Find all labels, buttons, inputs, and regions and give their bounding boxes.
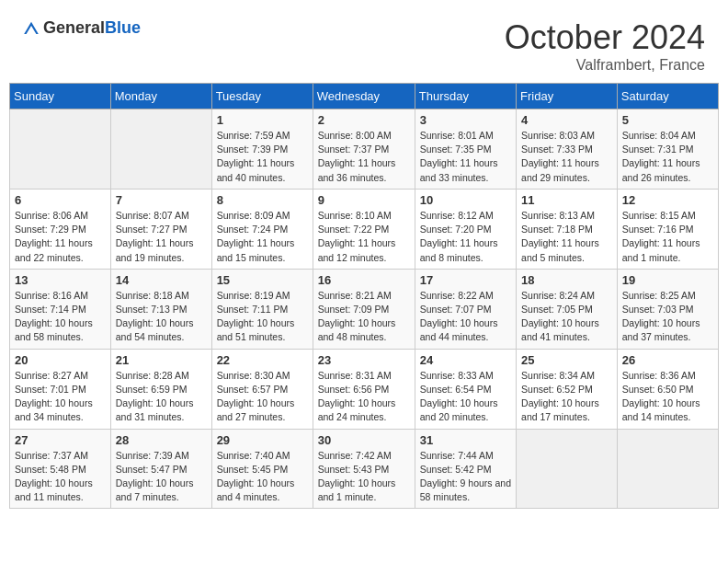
day-number: 12 bbox=[622, 193, 713, 207]
logo-general-text: General bbox=[43, 18, 105, 37]
day-info: Sunrise: 8:33 AM Sunset: 6:54 PM Dayligh… bbox=[420, 369, 511, 425]
calendar-cell: 22Sunrise: 8:30 AM Sunset: 6:57 PM Dayli… bbox=[211, 349, 313, 429]
day-info: Sunrise: 7:40 AM Sunset: 5:45 PM Dayligh… bbox=[217, 449, 308, 505]
day-info: Sunrise: 8:19 AM Sunset: 7:11 PM Dayligh… bbox=[217, 289, 308, 345]
calendar-cell: 11Sunrise: 8:13 AM Sunset: 7:18 PM Dayli… bbox=[517, 189, 618, 269]
day-info: Sunrise: 8:22 AM Sunset: 7:07 PM Dayligh… bbox=[420, 289, 511, 345]
day-number: 14 bbox=[116, 273, 207, 287]
calendar-cell: 18Sunrise: 8:24 AM Sunset: 7:05 PM Dayli… bbox=[517, 269, 618, 349]
day-number: 3 bbox=[420, 113, 511, 127]
calendar-cell: 31Sunrise: 7:44 AM Sunset: 5:42 PM Dayli… bbox=[415, 429, 516, 509]
day-info: Sunrise: 8:31 AM Sunset: 6:56 PM Dayligh… bbox=[318, 369, 410, 425]
day-info: Sunrise: 8:03 AM Sunset: 7:33 PM Dayligh… bbox=[521, 129, 612, 185]
day-number: 2 bbox=[318, 113, 410, 127]
day-number: 5 bbox=[622, 113, 713, 127]
day-number: 17 bbox=[420, 273, 511, 287]
calendar-cell: 15Sunrise: 8:19 AM Sunset: 7:11 PM Dayli… bbox=[211, 269, 313, 349]
calendar-week-row: 27Sunrise: 7:37 AM Sunset: 5:48 PM Dayli… bbox=[10, 429, 719, 509]
day-info: Sunrise: 8:01 AM Sunset: 7:35 PM Dayligh… bbox=[420, 129, 511, 185]
calendar-cell: 6Sunrise: 8:06 AM Sunset: 7:29 PM Daylig… bbox=[10, 189, 111, 269]
calendar-cell: 29Sunrise: 7:40 AM Sunset: 5:45 PM Dayli… bbox=[211, 429, 313, 509]
day-number: 31 bbox=[420, 433, 511, 447]
page-header: GeneralBlue October 2024 Valframbert, Fr… bbox=[9, 9, 719, 78]
calendar-cell: 23Sunrise: 8:31 AM Sunset: 6:56 PM Dayli… bbox=[313, 349, 415, 429]
calendar-cell: 16Sunrise: 8:21 AM Sunset: 7:09 PM Dayli… bbox=[313, 269, 415, 349]
day-number: 26 bbox=[622, 353, 713, 367]
day-info: Sunrise: 7:39 AM Sunset: 5:47 PM Dayligh… bbox=[116, 449, 207, 505]
calendar-cell: 26Sunrise: 8:36 AM Sunset: 6:50 PM Dayli… bbox=[617, 349, 718, 429]
calendar-table: SundayMondayTuesdayWednesdayThursdayFrid… bbox=[9, 83, 719, 509]
calendar-cell: 21Sunrise: 8:28 AM Sunset: 6:59 PM Dayli… bbox=[110, 349, 211, 429]
day-number: 19 bbox=[622, 273, 713, 287]
day-info: Sunrise: 8:18 AM Sunset: 7:13 PM Dayligh… bbox=[116, 289, 207, 345]
day-info: Sunrise: 8:16 AM Sunset: 7:14 PM Dayligh… bbox=[15, 289, 106, 345]
calendar-cell: 14Sunrise: 8:18 AM Sunset: 7:13 PM Dayli… bbox=[110, 269, 211, 349]
calendar-week-row: 1Sunrise: 7:59 AM Sunset: 7:39 PM Daylig… bbox=[10, 109, 719, 190]
calendar-cell: 25Sunrise: 8:34 AM Sunset: 6:52 PM Dayli… bbox=[517, 349, 618, 429]
day-info: Sunrise: 7:42 AM Sunset: 5:43 PM Dayligh… bbox=[318, 449, 410, 505]
day-info: Sunrise: 8:10 AM Sunset: 7:22 PM Dayligh… bbox=[318, 209, 410, 265]
logo-icon bbox=[23, 20, 40, 37]
logo: GeneralBlue bbox=[23, 18, 141, 38]
calendar-week-row: 6Sunrise: 8:06 AM Sunset: 7:29 PM Daylig… bbox=[10, 189, 719, 269]
calendar-body: 1Sunrise: 7:59 AM Sunset: 7:39 PM Daylig… bbox=[10, 109, 719, 509]
calendar-week-row: 13Sunrise: 8:16 AM Sunset: 7:14 PM Dayli… bbox=[10, 269, 719, 349]
day-number: 1 bbox=[217, 113, 308, 127]
month-title: October 2024 bbox=[505, 18, 705, 57]
calendar-cell: 10Sunrise: 8:12 AM Sunset: 7:20 PM Dayli… bbox=[415, 189, 516, 269]
calendar-cell: 28Sunrise: 7:39 AM Sunset: 5:47 PM Dayli… bbox=[110, 429, 211, 509]
day-number: 10 bbox=[420, 193, 511, 207]
calendar-cell: 30Sunrise: 7:42 AM Sunset: 5:43 PM Dayli… bbox=[313, 429, 415, 509]
calendar-cell bbox=[517, 429, 618, 509]
day-info: Sunrise: 7:59 AM Sunset: 7:39 PM Dayligh… bbox=[217, 129, 308, 185]
calendar-day-header: Wednesday bbox=[313, 84, 415, 109]
day-info: Sunrise: 8:28 AM Sunset: 6:59 PM Dayligh… bbox=[116, 369, 207, 425]
day-number: 8 bbox=[217, 193, 308, 207]
calendar-cell: 1Sunrise: 7:59 AM Sunset: 7:39 PM Daylig… bbox=[211, 109, 313, 190]
day-number: 13 bbox=[15, 273, 106, 287]
day-number: 23 bbox=[318, 353, 410, 367]
day-info: Sunrise: 8:15 AM Sunset: 7:16 PM Dayligh… bbox=[622, 209, 713, 265]
calendar-day-header: Thursday bbox=[415, 84, 516, 109]
logo-blue-text: Blue bbox=[105, 18, 141, 37]
day-number: 22 bbox=[217, 353, 308, 367]
day-info: Sunrise: 8:25 AM Sunset: 7:03 PM Dayligh… bbox=[622, 289, 713, 345]
day-info: Sunrise: 7:37 AM Sunset: 5:48 PM Dayligh… bbox=[15, 449, 106, 505]
calendar-header-row: SundayMondayTuesdayWednesdayThursdayFrid… bbox=[10, 84, 719, 109]
calendar-cell bbox=[617, 429, 718, 509]
day-info: Sunrise: 8:13 AM Sunset: 7:18 PM Dayligh… bbox=[521, 209, 612, 265]
day-info: Sunrise: 7:44 AM Sunset: 5:42 PM Dayligh… bbox=[420, 449, 511, 505]
day-number: 4 bbox=[521, 113, 612, 127]
calendar-cell: 4Sunrise: 8:03 AM Sunset: 7:33 PM Daylig… bbox=[517, 109, 618, 190]
day-info: Sunrise: 8:30 AM Sunset: 6:57 PM Dayligh… bbox=[217, 369, 308, 425]
calendar-cell: 5Sunrise: 8:04 AM Sunset: 7:31 PM Daylig… bbox=[617, 109, 718, 190]
calendar-day-header: Saturday bbox=[617, 84, 718, 109]
calendar-cell: 7Sunrise: 8:07 AM Sunset: 7:27 PM Daylig… bbox=[110, 189, 211, 269]
calendar-week-row: 20Sunrise: 8:27 AM Sunset: 7:01 PM Dayli… bbox=[10, 349, 719, 429]
calendar-cell: 8Sunrise: 8:09 AM Sunset: 7:24 PM Daylig… bbox=[211, 189, 313, 269]
day-info: Sunrise: 8:21 AM Sunset: 7:09 PM Dayligh… bbox=[318, 289, 410, 345]
calendar-day-header: Tuesday bbox=[211, 84, 313, 109]
day-info: Sunrise: 8:09 AM Sunset: 7:24 PM Dayligh… bbox=[217, 209, 308, 265]
day-number: 11 bbox=[521, 193, 612, 207]
calendar-cell: 24Sunrise: 8:33 AM Sunset: 6:54 PM Dayli… bbox=[415, 349, 516, 429]
day-number: 27 bbox=[15, 433, 106, 447]
calendar-cell bbox=[110, 109, 211, 190]
calendar-day-header: Friday bbox=[517, 84, 618, 109]
day-number: 7 bbox=[116, 193, 207, 207]
day-number: 18 bbox=[521, 273, 612, 287]
title-block: October 2024 Valframbert, France bbox=[505, 18, 705, 74]
day-number: 28 bbox=[116, 433, 207, 447]
day-number: 20 bbox=[15, 353, 106, 367]
calendar-cell: 2Sunrise: 8:00 AM Sunset: 7:37 PM Daylig… bbox=[313, 109, 415, 190]
day-number: 16 bbox=[318, 273, 410, 287]
calendar-cell: 27Sunrise: 7:37 AM Sunset: 5:48 PM Dayli… bbox=[10, 429, 111, 509]
day-number: 15 bbox=[217, 273, 308, 287]
calendar-cell: 20Sunrise: 8:27 AM Sunset: 7:01 PM Dayli… bbox=[10, 349, 111, 429]
day-number: 25 bbox=[521, 353, 612, 367]
day-number: 21 bbox=[116, 353, 207, 367]
calendar-cell: 9Sunrise: 8:10 AM Sunset: 7:22 PM Daylig… bbox=[313, 189, 415, 269]
calendar-day-header: Monday bbox=[110, 84, 211, 109]
day-info: Sunrise: 8:24 AM Sunset: 7:05 PM Dayligh… bbox=[521, 289, 612, 345]
day-info: Sunrise: 8:04 AM Sunset: 7:31 PM Dayligh… bbox=[622, 129, 713, 185]
